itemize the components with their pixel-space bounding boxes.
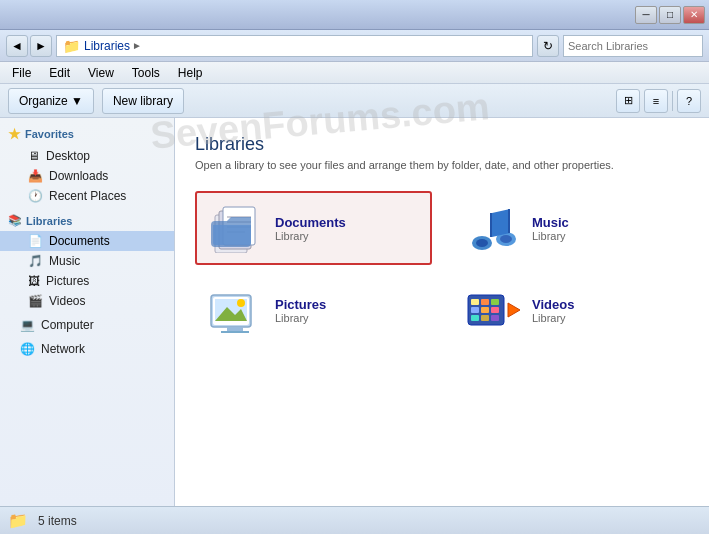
desktop-label: Desktop bbox=[46, 149, 90, 163]
library-item-videos[interactable]: Videos Library bbox=[452, 273, 689, 347]
svg-rect-28 bbox=[481, 315, 489, 321]
pictures-library-icon bbox=[205, 283, 265, 337]
library-item-documents[interactable]: Documents Library bbox=[195, 191, 432, 265]
videos-library-name: Videos bbox=[532, 297, 574, 312]
svg-rect-29 bbox=[491, 315, 499, 321]
help-button[interactable]: ? bbox=[677, 89, 701, 113]
videos-label: Videos bbox=[49, 294, 85, 308]
toolbar-right: ⊞ ≡ ? bbox=[616, 89, 701, 113]
svg-rect-11 bbox=[490, 213, 492, 237]
svg-rect-21 bbox=[471, 299, 479, 305]
documents-library-icon bbox=[205, 201, 265, 255]
documents-icon: 📄 bbox=[28, 234, 43, 248]
music-library-type: Library bbox=[532, 230, 569, 242]
sidebar-item-computer[interactable]: 💻 Computer bbox=[0, 315, 174, 335]
favorites-label: Favorites bbox=[25, 128, 74, 140]
downloads-icon: 📥 bbox=[28, 169, 43, 183]
library-grid: Documents Library bbox=[195, 191, 689, 347]
music-library-icon bbox=[462, 201, 522, 255]
sidebar-item-recent-places[interactable]: 🕐 Recent Places bbox=[0, 186, 174, 206]
address-box[interactable]: 📁 Libraries ► bbox=[56, 35, 533, 57]
network-label: Network bbox=[41, 342, 85, 356]
videos-library-icon bbox=[462, 283, 522, 337]
content-area: ★ Favorites 🖥 Desktop 📥 Downloads 🕐 Rece… bbox=[0, 118, 709, 506]
network-icon: 🌐 bbox=[20, 342, 35, 356]
sidebar-libraries-header[interactable]: 📚 Libraries bbox=[0, 210, 174, 231]
music-label: Music bbox=[49, 254, 80, 268]
sidebar-item-downloads[interactable]: 📥 Downloads bbox=[0, 166, 174, 186]
search-input[interactable] bbox=[568, 40, 706, 52]
favorites-icon: ★ bbox=[8, 126, 21, 142]
status-bar: 📁 5 items bbox=[0, 506, 709, 534]
menu-file[interactable]: File bbox=[4, 64, 39, 82]
documents-library-info: Documents Library bbox=[275, 215, 346, 242]
view-grid-button[interactable]: ⊞ bbox=[616, 89, 640, 113]
documents-library-type: Library bbox=[275, 230, 346, 242]
pictures-library-type: Library bbox=[275, 312, 326, 324]
refresh-button[interactable]: ↻ bbox=[537, 35, 559, 57]
sidebar-item-music[interactable]: 🎵 Music bbox=[0, 251, 174, 271]
toolbar-divider bbox=[672, 91, 673, 111]
address-crumb[interactable]: Libraries bbox=[84, 39, 130, 53]
sidebar-item-videos[interactable]: 🎬 Videos bbox=[0, 291, 174, 311]
library-item-music[interactable]: Music Library bbox=[452, 191, 689, 265]
music-library-info: Music Library bbox=[532, 215, 569, 242]
recent-places-icon: 🕐 bbox=[28, 189, 43, 203]
svg-rect-19 bbox=[221, 331, 249, 333]
documents-label: Documents bbox=[49, 234, 110, 248]
svg-rect-26 bbox=[491, 307, 499, 313]
sidebar-libraries-section: 📚 Libraries 📄 Documents 🎵 Music 🖼 Pictur… bbox=[0, 210, 174, 311]
panel-subtitle: Open a library to see your files and arr… bbox=[195, 159, 689, 171]
svg-rect-23 bbox=[491, 299, 499, 305]
maximize-button[interactable]: □ bbox=[659, 6, 681, 24]
computer-icon: 💻 bbox=[20, 318, 35, 332]
svg-point-8 bbox=[476, 239, 488, 247]
status-count: 5 items bbox=[38, 514, 77, 528]
menu-view[interactable]: View bbox=[80, 64, 122, 82]
videos-icon: 🎬 bbox=[28, 294, 43, 308]
svg-rect-27 bbox=[471, 315, 479, 321]
pictures-library-info: Pictures Library bbox=[275, 297, 326, 324]
sidebar-item-network[interactable]: 🌐 Network bbox=[0, 339, 174, 359]
sidebar-item-documents[interactable]: 📄 Documents bbox=[0, 231, 174, 251]
videos-library-type: Library bbox=[532, 312, 574, 324]
sidebar-item-desktop[interactable]: 🖥 Desktop bbox=[0, 146, 174, 166]
libraries-icon: 📚 bbox=[8, 214, 22, 227]
nav-buttons: ◄ ► bbox=[6, 35, 52, 57]
pictures-label: Pictures bbox=[46, 274, 89, 288]
svg-rect-25 bbox=[481, 307, 489, 313]
title-bar: ─ □ ✕ bbox=[0, 0, 709, 30]
recent-places-label: Recent Places bbox=[49, 189, 126, 203]
main-panel: Libraries Open a library to see your fil… bbox=[175, 118, 709, 506]
library-item-pictures[interactable]: Pictures Library bbox=[195, 273, 432, 347]
address-sep: ► bbox=[132, 40, 142, 51]
close-button[interactable]: ✕ bbox=[683, 6, 705, 24]
organize-button[interactable]: Organize ▼ bbox=[8, 88, 94, 114]
forward-button[interactable]: ► bbox=[30, 35, 52, 57]
libraries-label: Libraries bbox=[26, 215, 72, 227]
new-library-button[interactable]: New library bbox=[102, 88, 184, 114]
downloads-label: Downloads bbox=[49, 169, 108, 183]
menu-help[interactable]: Help bbox=[170, 64, 211, 82]
menu-bar: File Edit View Tools Help bbox=[0, 62, 709, 84]
computer-label: Computer bbox=[41, 318, 94, 332]
view-list-button[interactable]: ≡ bbox=[644, 89, 668, 113]
documents-library-name: Documents bbox=[275, 215, 346, 230]
sidebar-favorites-section: ★ Favorites 🖥 Desktop 📥 Downloads 🕐 Rece… bbox=[0, 122, 174, 206]
address-bar: ◄ ► 📁 Libraries ► ↻ 🔍 bbox=[0, 30, 709, 62]
svg-rect-22 bbox=[481, 299, 489, 305]
music-icon: 🎵 bbox=[28, 254, 43, 268]
svg-rect-12 bbox=[508, 209, 510, 233]
menu-edit[interactable]: Edit bbox=[41, 64, 78, 82]
sidebar-favorites-header[interactable]: ★ Favorites bbox=[0, 122, 174, 146]
sidebar-item-pictures[interactable]: 🖼 Pictures bbox=[0, 271, 174, 291]
back-button[interactable]: ◄ bbox=[6, 35, 28, 57]
menu-tools[interactable]: Tools bbox=[124, 64, 168, 82]
pictures-icon: 🖼 bbox=[28, 274, 40, 288]
address-folder-icon: 📁 bbox=[63, 38, 80, 54]
sidebar-computer-section: 💻 Computer bbox=[0, 315, 174, 335]
svg-rect-18 bbox=[227, 327, 243, 331]
music-library-name: Music bbox=[532, 215, 569, 230]
minimize-button[interactable]: ─ bbox=[635, 6, 657, 24]
svg-marker-30 bbox=[508, 303, 520, 317]
